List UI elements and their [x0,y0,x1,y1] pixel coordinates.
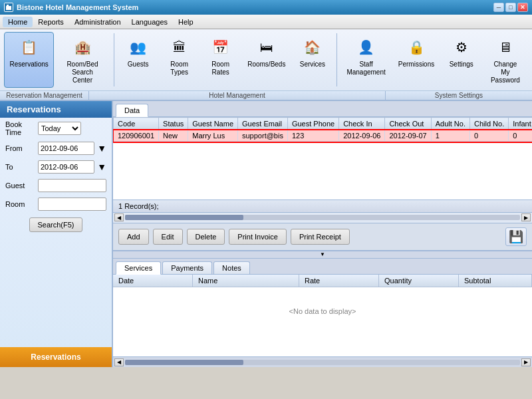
from-label: From [5,144,35,152]
toolbar-rooms-beds[interactable]: 🛏 Rooms/Beds [242,32,291,88]
records-count: 1 Record(s); [118,202,159,210]
right-panel: Data Code Status Guest Name Guest Email … [113,101,532,367]
sub-table-container: Date Name Rate Quantity Subtotal <No dat… [113,275,532,357]
services-icon: 🏠 [301,35,325,59]
toolbar-permissions-label: Permissions [398,61,434,68]
table-cell: New [159,130,188,142]
col-child-no: Child No. [469,118,508,130]
book-time-row: Book Time Today This Week This Month Cus… [0,118,112,139]
add-button[interactable]: Add [118,229,149,245]
search-button[interactable]: Search(F5) [29,217,82,232]
permissions-icon: 🔒 [404,35,428,59]
bottom-scrollbar[interactable]: ◀ ▶ [113,356,532,367]
toolbar-staff-management[interactable]: 👤 StaffManagement [341,32,391,88]
print-invoice-button[interactable]: Print Invoice [229,229,287,245]
table-cell: 0 [469,130,508,142]
sub-tab-payments[interactable]: Payments [162,261,212,274]
toolbar-room-bed-label: Room/BedSearch Center [61,61,103,84]
bottom-scroll-thumb [125,360,243,365]
main-content: Reservations Book Time Today This Week T… [0,101,532,367]
reservations-table: Code Status Guest Name Guest Email Guest… [113,117,532,142]
scroll-right-arrow[interactable]: ▶ [521,213,531,221]
guest-row: Guest [0,176,112,195]
menu-home[interactable]: Home [3,17,33,27]
table-cell: 123 [287,130,338,142]
toolbar-room-rates[interactable]: 📅 RoomRates [201,32,241,88]
toolbar-room-bed-search[interactable]: 🏨 Room/BedSearch Center [55,32,109,88]
sub-tab-notes[interactable]: Notes [213,261,250,274]
table-cell: 120906001 [114,130,159,142]
app-title: Bistone Hotel Management System [17,3,138,11]
save-button[interactable]: 💾 [505,227,527,246]
col-adult-no: Adult No. [431,118,469,130]
toolbar-guests[interactable]: 👥 Guests [118,32,158,88]
main-tab-bar: Data [113,101,532,117]
col-infant-no: Infant No. [509,118,532,130]
toolbar-guests-label: Guests [128,61,149,68]
from-calendar-icon[interactable]: ▼ [97,143,106,154]
app-icon [4,3,13,12]
toolbar-room-types[interactable]: 🏛 RoomTypes [160,32,200,88]
to-calendar-icon[interactable]: ▼ [97,162,106,172]
toolbar-reservations[interactable]: 📋 Reservations [4,32,54,88]
room-input[interactable] [38,198,106,211]
menu-administration[interactable]: Administration [69,17,126,27]
menu-help[interactable]: Help [173,17,199,27]
records-bar: 1 Record(s); [113,200,532,213]
guest-label: Guest [5,182,35,190]
table-cell: Marry Lus [188,130,238,142]
sub-col-name: Name [193,275,299,287]
save-icon: 💾 [509,229,523,244]
toolbar-section-labels: Reservation Management Hotel Management … [0,90,532,100]
menu-languages[interactable]: Languages [126,17,173,27]
sub-tab-bar: Services Payments Notes [113,259,532,275]
svg-rect-2 [7,5,9,7]
table-cell: 2012-09-07 [385,130,431,142]
print-receipt-button[interactable]: Print Receipt [291,229,350,245]
expand-arrow[interactable]: ▼ [113,251,532,259]
section-hotel-management: Hotel Management [89,91,386,100]
horizontal-scrollbar[interactable]: ◀ ▶ [113,213,532,223]
scroll-track[interactable] [125,215,520,220]
guest-input[interactable] [38,179,106,192]
settings-icon: ⚙ [450,35,473,59]
toolbar-settings[interactable]: ⚙ Settings [442,32,481,88]
delete-button[interactable]: Delete [187,229,225,245]
toolbar-change-password-label: Change MyPassword [489,61,522,84]
guests-icon: 👥 [126,35,150,59]
rooms-beds-icon: 🛏 [255,35,279,59]
table-cell: 1 [431,130,469,142]
to-input[interactable] [38,160,94,174]
sub-col-subtotal: Subtotal [459,275,532,287]
section-system-settings: System Settings [386,91,532,100]
room-rates-icon: 📅 [209,35,233,59]
toolbar-services[interactable]: 🏠 Services [293,32,332,88]
close-button[interactable]: ✕ [517,3,528,12]
menu-reports[interactable]: Reports [33,17,69,27]
col-status: Status [159,118,188,130]
edit-button[interactable]: Edit [153,229,183,245]
toolbar-reservations-label: Reservations [9,61,48,68]
maximize-button[interactable]: □ [505,3,516,12]
toolbar-change-password[interactable]: 🖥 Change MyPassword [483,32,528,88]
minimize-button[interactable]: ─ [493,3,504,12]
table-row[interactable]: 120906001NewMarry Lussupport@bis1232012-… [114,130,533,142]
section-reservation-management: Reservation Management [0,91,89,100]
sub-col-rate: Rate [299,275,379,287]
book-time-select[interactable]: Today This Week This Month Custom [38,122,81,135]
toolbar-room-types-label: RoomTypes [170,61,188,76]
toolbar-permissions[interactable]: 🔒 Permissions [392,32,440,88]
tab-data[interactable]: Data [116,104,148,117]
bottom-scroll-right[interactable]: ▶ [521,358,531,366]
scroll-left-arrow[interactable]: ◀ [114,213,124,221]
room-types-icon: 🏛 [168,35,192,59]
bottom-scroll-track[interactable] [125,360,520,365]
room-bed-search-icon: 🏨 [70,35,94,59]
room-row: Room [0,195,112,213]
bottom-scroll-left[interactable]: ◀ [114,358,124,366]
from-input[interactable] [38,142,94,155]
sub-tab-services[interactable]: Services [116,261,161,275]
table-body: 120906001NewMarry Lussupport@bis1232012-… [114,130,533,142]
col-guest-email: Guest Email [238,118,288,130]
table-cell: 2012-09-06 [339,130,385,142]
